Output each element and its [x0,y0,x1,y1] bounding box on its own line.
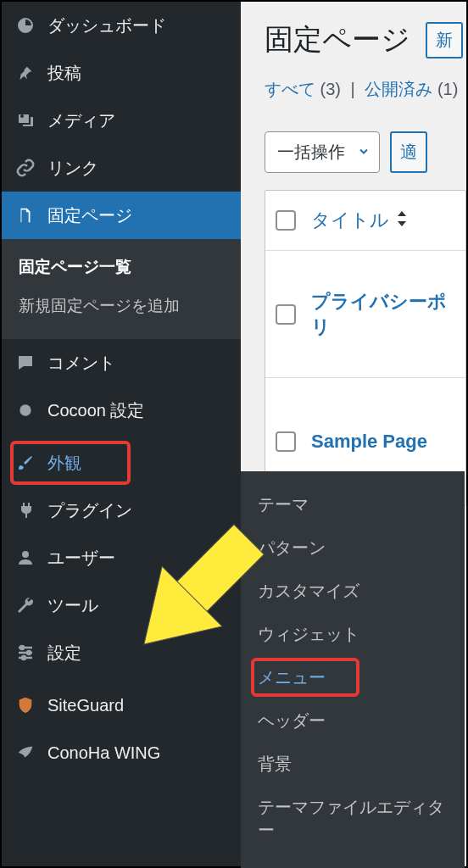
sidebar-item-links[interactable]: リンク [2,144,241,192]
flyout-header[interactable]: ヘッダー [241,699,465,743]
wrench-icon [14,593,37,617]
sidebar-item-label: リンク [47,157,98,180]
sidebar-item-appearance[interactable]: 外観 [2,439,241,487]
sliders-icon [14,641,37,665]
sidebar-item-dashboard[interactable]: ダッシュボード [2,2,241,49]
sidebar-item-pages[interactable]: 固定ページ [2,192,241,239]
sidebar-item-label: コメント [47,352,115,375]
table-header: タイトル [265,191,465,251]
current-indicator-icon [241,203,253,227]
sidebar-item-label: ユーザー [47,547,115,570]
media-icon [14,108,37,132]
sidebar-item-comments[interactable]: コメント [2,339,241,387]
comment-icon [14,351,37,375]
column-title-header[interactable]: タイトル [311,208,408,233]
wing-icon [14,741,37,765]
sidebar-item-label: プラグイン [47,499,132,522]
page-icon [14,203,37,227]
flyout-widgets[interactable]: ウィジェット [241,613,465,656]
row-checkbox[interactable] [276,304,296,325]
sidebar-item-plugins[interactable]: プラグイン [2,487,241,534]
sidebar-item-label: 設定 [47,642,81,665]
sidebar-item-label: ConoHa WING [47,743,160,763]
sidebar-item-label: SiteGuard [47,696,124,715]
submenu-pages-add[interactable]: 新規固定ページを追加 [2,287,241,326]
circle-icon [14,398,37,422]
sidebar-item-label: 固定ページ [47,204,132,227]
page-title: 固定ページ [265,20,410,59]
sidebar-item-siteguard[interactable]: SiteGuard [2,682,241,729]
shield-icon [14,693,37,717]
dashboard-icon [14,14,37,37]
filter-all[interactable]: すべて [265,80,315,98]
sidebar-item-label: 外観 [47,452,81,475]
sidebar-item-posts[interactable]: 投稿 [2,49,241,97]
sidebar-item-label: ツール [47,594,98,617]
flyout-background[interactable]: 背景 [241,743,465,786]
sidebar-item-tools[interactable]: ツール [2,581,241,629]
svg-point-2 [27,651,31,654]
add-new-button[interactable]: 新 [426,22,463,58]
bulk-select-label: 一括操作 [277,142,345,161]
sidebar-item-label: Cocoon 設定 [47,399,145,422]
sidebar-item-users[interactable]: ユーザー [2,534,241,581]
select-all-checkbox[interactable] [276,210,296,231]
row-title[interactable]: プライバシーポリ [311,289,455,340]
apply-button[interactable]: 適 [390,131,427,173]
flyout-themes[interactable]: テーマ [241,483,465,526]
row-title[interactable]: Sample Page [311,431,427,453]
link-icon [14,156,37,180]
filter-published[interactable]: 公開済み [365,80,432,98]
bulk-action-select[interactable]: 一括操作 [265,131,380,173]
submenu-pages-list[interactable]: 固定ページ一覧 [2,248,241,287]
sidebar-item-label: メディア [47,109,115,132]
sidebar-item-label: ダッシュボード [47,14,166,37]
plug-icon [14,498,37,522]
pages-table: タイトル プライバシーポリ Sample Page [265,190,466,506]
sidebar-item-media[interactable]: メディア [2,97,241,144]
filter-links: すべて (3) | 公開済み (1) [265,78,466,101]
pin-icon [14,61,37,85]
flyout-patterns[interactable]: パターン [241,526,465,570]
filter-all-count: (3) [320,80,341,98]
sidebar-item-cocoon[interactable]: Cocoon 設定 [2,387,241,434]
sidebar-item-label: 投稿 [47,62,81,85]
flyout-customize[interactable]: カスタマイズ [241,570,465,613]
sort-icon [396,209,408,231]
pages-submenu: 固定ページ一覧 新規固定ページを追加 [2,239,241,339]
admin-sidebar: ダッシュボード 投稿 メディア リンク 固定ページ [2,2,241,866]
sidebar-item-settings[interactable]: 設定 [2,629,241,676]
appearance-flyout: テーマ パターン カスタマイズ ウィジェット メニュー ヘッダー 背景 テーマフ… [241,471,465,868]
row-checkbox[interactable] [276,431,296,452]
brush-icon [14,451,37,475]
svg-point-0 [20,404,31,415]
flyout-theme-editor[interactable]: テーマファイルエディター [241,786,465,852]
user-icon [14,546,37,570]
filter-published-count: (1) [437,80,458,98]
table-row[interactable]: プライバシーポリ [265,251,465,378]
svg-point-1 [20,646,24,649]
chevron-down-icon [357,142,370,162]
svg-point-3 [22,656,25,659]
sidebar-item-conoha[interactable]: ConoHa WING [2,729,241,776]
flyout-menus[interactable]: メニュー [241,656,465,699]
